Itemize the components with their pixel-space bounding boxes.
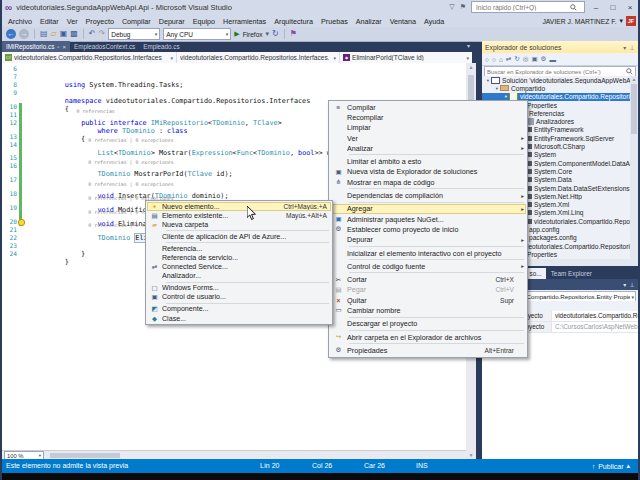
user-account-area[interactable]: JAVIER J. MARTINEZ F. ▾ JF (542, 15, 636, 27)
sync-with-active-document-icon[interactable]: ⇄ (506, 55, 511, 63)
menu-bar-item[interactable]: Equipo (189, 17, 219, 26)
menu-bar-item[interactable]: Proyecto (82, 17, 118, 26)
forward-icon[interactable]: ○ (492, 56, 496, 63)
minimize-button[interactable]: – (590, 3, 602, 12)
context-menu-item[interactable]: ▣ Nueva vista de Explorador de solucione… (330, 167, 526, 177)
new-file-icon[interactable]: ▤ (40, 29, 48, 39)
flag-icon[interactable]: ⚑ (290, 29, 297, 39)
menu-bar-item[interactable]: Analizar (352, 17, 386, 26)
tree-vertical-scrollbar[interactable]: ▲ (630, 76, 638, 259)
solution-explorer-header[interactable]: Explorador de soluciones ▾⊥× (482, 41, 640, 53)
context-menu-item[interactable]: ⋔ Mostrar en mapa de código (330, 177, 526, 187)
type-dropdown[interactable]: videotutoriales.Compartido.Repositorios.… (177, 52, 340, 63)
properties-icon[interactable]: ⚙ (541, 55, 547, 63)
submenu-item[interactable]: ▢ Windows Forms... (147, 284, 331, 293)
context-menu-item[interactable]: ▣ Administrar paquetes NuGet... (330, 214, 526, 224)
context-menu-item[interactable]: Agregar ▸ (330, 204, 526, 214)
pin-icon[interactable]: ⊥ (629, 281, 634, 288)
member-dropdown[interactable]: ◆EliminarPorId(TClave id) ▾ (340, 52, 472, 63)
context-menu-item[interactable]: ⚙ Propiedades Alt+Entrar (330, 345, 526, 355)
context-menu-item[interactable]: Inicializar el elemento interactivo con … (330, 248, 526, 258)
scroll-up-icon[interactable]: ▲ (631, 76, 637, 82)
menu-bar-item[interactable]: Pruebas (317, 17, 352, 26)
code-line[interactable]: 9 { (2, 89, 466, 97)
back-icon[interactable]: ○ (485, 56, 489, 63)
property-value[interactable]: C:\CursosCarlos\AspNetWeb (552, 322, 638, 332)
context-menu-item[interactable]: ⚙ Establecer como proyecto de inicio (330, 224, 526, 234)
close-tab-icon[interactable]: × (62, 44, 66, 50)
scroll-up-icon[interactable]: ▲ (468, 64, 474, 70)
submenu-item[interactable]: ▣ Control de usuario... (147, 293, 331, 302)
submenu-item[interactable]: ▰ Nueva carpeta (147, 220, 331, 229)
context-menu-item[interactable]: Descargar el proyecto (330, 319, 526, 329)
chevron-down-icon[interactable]: ▾ (266, 30, 270, 38)
tab-overflow-icon[interactable]: ▾ (467, 42, 470, 49)
start-debugging-icon[interactable]: ▶ (234, 30, 239, 38)
publish-button[interactable]: ↑ Publicar ▴ (592, 462, 630, 470)
context-menu-item[interactable]: Control de código fuente ▸ (330, 261, 526, 271)
redo-icon[interactable]: ↷ (99, 29, 106, 39)
pin-icon[interactable]: ▫ (57, 44, 59, 50)
pin-icon[interactable]: ⊥ (629, 44, 634, 51)
menu-bar-item[interactable]: Ver (63, 17, 82, 26)
menu-bar-item[interactable]: Ventana (386, 17, 420, 26)
submenu-item[interactable]: Analizador... (147, 272, 331, 281)
undo-icon[interactable]: ↶ (89, 29, 96, 39)
project-dropdown[interactable]: C#videotutoriales.Compartido.Repositorio… (2, 52, 177, 63)
menu-bar-item[interactable]: Archivo (4, 17, 36, 26)
submenu-item[interactable]: ✦ Nuevo elemento... Ctrl+Mayús.+A (147, 202, 331, 211)
submenu-item[interactable]: ◩ Componente... (147, 305, 331, 314)
context-menu-item[interactable]: × Quitar Supr (330, 295, 526, 305)
navigate-back-icon[interactable]: ← (6, 29, 16, 39)
context-menu-item[interactable]: Dependencias de compilación ▸ (330, 190, 526, 200)
document-tab[interactable]: Empleado.cs (139, 41, 183, 52)
submenu-item[interactable]: ◆ Clase... (147, 314, 331, 323)
debug-configuration-select[interactable]: Debug ▾ (108, 28, 160, 40)
context-menu-item[interactable]: Recompilar (330, 112, 526, 122)
submenu-item[interactable]: Referencia... (147, 244, 331, 253)
submenu-item[interactable]: ⇄ Connected Service... (147, 263, 331, 272)
code-line[interactable]: 8 namespace videotutoriales.Compartido.R… (2, 81, 466, 89)
tool-window-tab[interactable]: Team Explorer (547, 268, 596, 279)
save-icon[interactable]: ▣ (60, 29, 68, 39)
start-browser-label[interactable]: Firefox (243, 31, 263, 38)
window-position-icon[interactable]: ▾ (623, 44, 626, 51)
home-icon[interactable]: ⌂ (499, 56, 503, 63)
horizontal-scrollbar-thumb[interactable] (50, 453, 120, 458)
menu-bar-item[interactable]: Editar (36, 17, 63, 26)
notifications-icon[interactable]: ⚑ (460, 3, 466, 11)
menu-bar-item[interactable]: Compilar (118, 17, 155, 26)
tree-item[interactable]: ▾ Solución 'videotutoriales.SegundaAppWe… (482, 76, 630, 84)
code-line[interactable]: 7 (2, 73, 466, 81)
document-tab[interactable]: EmpleadosContext.cs (70, 41, 139, 52)
solution-explorer-search-input[interactable] (485, 69, 626, 75)
quick-launch-input[interactable] (474, 3, 570, 12)
lightbulb-icon[interactable] (18, 219, 25, 226)
platform-select[interactable]: Any CPU ▾ (163, 28, 231, 40)
feedback-icon[interactable]: ▽ (449, 3, 454, 11)
menu-bar-item[interactable]: Depurar (155, 17, 189, 26)
context-menu-item[interactable]: Limitar el ámbito a esto (330, 156, 526, 166)
property-value[interactable]: videotutoriales.Compartido.Repositorios.… (552, 311, 638, 321)
document-tab[interactable]: IMiRepositorio.cs ▫ × (2, 41, 70, 52)
refresh-icon[interactable]: ↻ (272, 29, 279, 39)
navigate-forward-icon[interactable]: → (19, 29, 29, 39)
quick-launch-box[interactable] (471, 1, 585, 13)
menu-bar-item[interactable]: Arquitectura (270, 17, 317, 26)
vertical-scrollbar-thumb[interactable] (631, 84, 637, 134)
avatar[interactable]: JF (626, 16, 636, 26)
context-menu-item[interactable]: ✂ Cortar Ctrl+X (330, 274, 526, 284)
code-line[interactable]: 6 using System.Threading.Tasks; (2, 65, 466, 73)
show-all-files-icon[interactable]: ▣ (531, 55, 537, 63)
context-menu-item[interactable]: Ver ▸ (330, 133, 526, 143)
maximize-button[interactable]: □ (607, 3, 619, 12)
tree-item[interactable]: ▾ Compartido (482, 84, 630, 92)
save-all-icon[interactable]: ▩ (70, 29, 78, 39)
refresh-icon[interactable]: ↻ (514, 55, 519, 63)
context-menu-item[interactable]: ▤ Pegar Ctrl+V (330, 285, 526, 295)
open-file-icon[interactable]: ▱ (51, 29, 57, 39)
scroll-down-icon[interactable]: ▼ (468, 452, 474, 458)
close-button[interactable]: × (624, 3, 636, 12)
context-menu-item[interactable]: ▭ Cambiar nombre (330, 305, 526, 315)
window-position-icon[interactable]: ▾ (623, 281, 626, 288)
